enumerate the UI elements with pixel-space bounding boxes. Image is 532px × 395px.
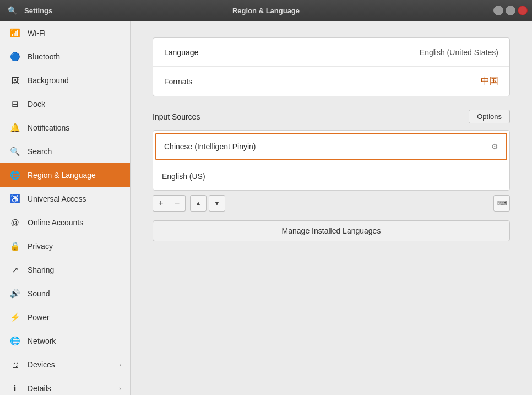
bluetooth-icon: 🔵 [9,51,21,63]
sidebar-label-search: Search [28,147,52,156]
remove-source-button[interactable]: − [169,195,186,212]
sidebar-item-details[interactable]: ℹDetails› [0,376,130,395]
sidebar-label-dock: Dock [28,100,45,109]
minimize-button[interactable]: – [493,6,503,15]
accounts-icon: @ [9,217,21,229]
devices-icon: 🖨 [9,359,21,371]
sidebar-label-universal-access: Universal Access [28,194,86,203]
sidebar-label-details: Details [28,384,51,393]
input-sources-title: Input Sources [153,112,200,121]
sharing-icon: ↗ [9,264,21,276]
arrow-controls: ▲ ▼ [190,195,225,212]
language-card: Language English (United States) Formats… [153,37,510,96]
input-source-english[interactable]: English (US) [153,163,509,190]
close-button[interactable]: ✕ [518,6,528,15]
bell-icon: 🔔 [9,122,21,134]
maximize-button[interactable]: □ [506,6,515,15]
language-value: English (United States) [420,48,498,57]
sidebar-item-privacy[interactable]: 🔒Privacy [0,234,130,258]
sidebar-item-universal-access[interactable]: ♿Universal Access [0,187,130,210]
sidebar: 📶Wi-Fi🔵Bluetooth🖼Background⊟Dock🔔Notific… [0,21,131,395]
search-icon: 🔍 [9,145,21,158]
sidebar-item-network[interactable]: 🌐Network [0,329,130,353]
sound-icon: 🔊 [9,288,21,300]
window-controls: – □ ✕ [493,6,528,15]
sidebar-label-devices: Devices [28,360,55,369]
accessibility-icon: ♿ [9,193,21,205]
globe-icon: 🌐 [9,169,21,181]
input-sources-header: Input Sources Options [153,110,510,123]
gear-icon[interactable]: ⚙ [491,142,498,151]
language-label: Language [164,48,420,57]
sidebar-label-privacy: Privacy [28,242,53,251]
details-icon: ℹ [9,382,21,394]
sidebar-item-online-accounts[interactable]: @Online Accounts [0,210,130,234]
input-source-chinese-label: Chinese (Intelligent Pinyin) [164,142,256,151]
input-sources-list: Chinese (Intelligent Pinyin) ⚙ English (… [153,130,510,191]
page-title: Region & Language [232,7,300,15]
search-icon: 🔍 [8,6,17,15]
chevron-right-icon: › [119,385,121,392]
sidebar-item-sharing[interactable]: ↗Sharing [0,258,130,282]
sidebar-label-sound: Sound [28,289,50,298]
move-up-button[interactable]: ▲ [190,195,207,212]
formats-value: 中国 [481,75,498,87]
sidebar-item-region-language[interactable]: 🌐Region & Language [0,163,130,187]
titlebar: 🔍 Settings Region & Language – □ ✕ [0,0,532,21]
chevron-right-icon: › [119,361,121,368]
language-row: Language English (United States) [153,38,509,67]
sidebar-item-power[interactable]: ⚡Power [0,305,130,329]
power-icon: ⚡ [9,311,21,323]
sidebar-label-wifi: Wi-Fi [28,29,46,37]
sidebar-label-sharing: Sharing [28,266,54,274]
sidebar-label-network: Network [28,337,56,345]
sidebar-item-background[interactable]: 🖼Background [0,68,130,92]
options-button[interactable]: Options [469,110,510,123]
sidebar-label-bluetooth: Bluetooth [28,52,60,61]
input-source-english-label: English (US) [162,172,205,181]
move-down-button[interactable]: ▼ [209,195,225,212]
dock-icon: ⊟ [9,98,21,110]
sidebar-item-bluetooth[interactable]: 🔵Bluetooth [0,45,130,68]
sidebar-label-region-language: Region & Language [28,171,96,180]
content-area: Language English (United States) Formats… [131,21,532,395]
sidebar-label-background: Background [28,76,69,85]
sidebar-item-notifications[interactable]: 🔔Notifications [0,116,130,139]
formats-row[interactable]: Formats 中国 [153,67,509,96]
add-source-button[interactable]: + [153,195,169,212]
wifi-icon: 📶 [9,27,21,39]
main-container: 📶Wi-Fi🔵Bluetooth🖼Background⊟Dock🔔Notific… [0,21,532,395]
background-icon: 🖼 [9,74,21,86]
sidebar-item-wifi[interactable]: 📶Wi-Fi [0,21,130,45]
input-source-controls: + − ▲ ▼ ⌨ [153,195,510,212]
network-icon: 🌐 [9,335,21,347]
privacy-icon: 🔒 [9,240,21,252]
sidebar-label-online-accounts: Online Accounts [28,218,83,227]
manage-languages-button[interactable]: Manage Installed Languages [153,220,510,241]
sidebar-item-search[interactable]: 🔍Search [0,139,130,163]
keyboard-button[interactable]: ⌨ [493,195,510,212]
sidebar-item-devices[interactable]: 🖨Devices› [0,353,130,376]
sidebar-label-power: Power [28,313,50,322]
sidebar-item-dock[interactable]: ⊟Dock [0,92,130,116]
input-source-chinese[interactable]: Chinese (Intelligent Pinyin) ⚙ [155,133,507,160]
search-button[interactable]: 🔍 [4,3,20,18]
sidebar-item-sound[interactable]: 🔊Sound [0,282,130,305]
sidebar-label-notifications: Notifications [28,123,69,132]
formats-label: Formats [164,77,481,86]
